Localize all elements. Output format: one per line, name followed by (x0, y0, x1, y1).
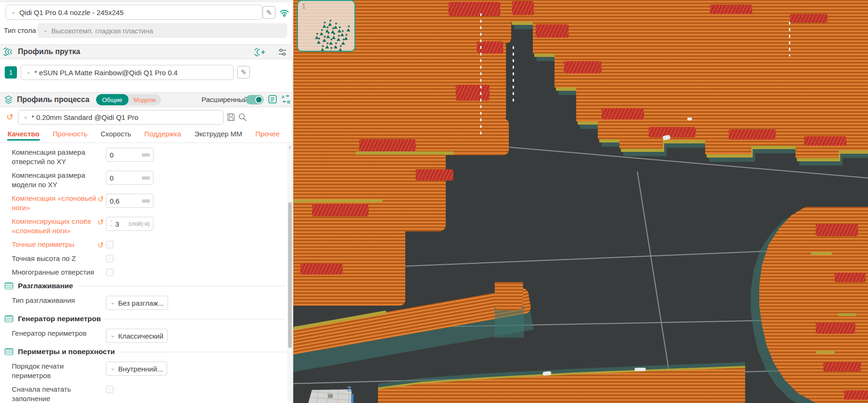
filament-slot-badge[interactable]: 1 (5, 66, 17, 79)
process-tabs: КачествоПрочностьСкоростьПоддержкаЭкстру… (0, 128, 293, 143)
compare-presets-button[interactable]: A B (281, 94, 292, 104)
reset-slot (97, 329, 106, 330)
tab-6[interactable]: Прочее (255, 128, 281, 141)
search-settings-button[interactable] (237, 112, 248, 122)
advanced-label: Расширенный (201, 95, 248, 103)
checkbox[interactable] (106, 255, 113, 262)
setting-row: Точная высота по Z (12, 254, 287, 263)
seam-marks (789, 22, 790, 56)
edit-filament-button[interactable]: ✎ (237, 66, 250, 79)
number-input[interactable]: 0,6мм (106, 194, 153, 208)
add-filament-button[interactable] (254, 47, 265, 57)
viewport-3d[interactable]: Z 1 (293, 0, 868, 403)
scrollbar-thumb[interactable] (288, 202, 292, 348)
model-bottom[interactable] (378, 360, 745, 403)
advanced-toggle[interactable] (246, 95, 264, 104)
save-icon (226, 112, 236, 122)
scope-global-option[interactable]: Общие (96, 94, 129, 105)
reset-icon[interactable]: ↺ (97, 195, 104, 203)
model-right-top[interactable] (507, 0, 868, 188)
reset-slot (97, 385, 106, 386)
setting-control: ⌄Внутренний... (106, 362, 167, 376)
tab-4[interactable]: Поддержка (144, 128, 182, 141)
settings-list-view-button[interactable] (267, 94, 278, 104)
printer-select-value: Qidi Q1 Pro 0.4 nozzle - 245x245 (19, 8, 124, 16)
reset-icon[interactable]: ↺ (97, 218, 104, 226)
scope-objects-option[interactable]: Модели (129, 95, 161, 105)
process-scope-toggle[interactable]: Общие Модели (96, 94, 161, 105)
setting-label: Компенсация «слоновьей ноги» (12, 194, 97, 213)
chevron-down-icon: ⌄ (110, 299, 115, 306)
reset-slot: ↺ (97, 194, 106, 204)
toggle-knob (255, 96, 263, 103)
process-preset-select[interactable]: ⌄ * 0.20mm Standard @Qidi Q1 Pro (18, 110, 224, 125)
save-preset-button[interactable] (226, 112, 236, 122)
chevron-down-icon: ⌄ (110, 332, 115, 339)
bed-type-select[interactable]: ⌄ Высокотемп. гладкая пластина (38, 24, 287, 38)
tab-5[interactable]: Экструдер ММ (194, 128, 243, 141)
setting-label: Генератор периметров (12, 329, 97, 338)
edit-printer-button[interactable]: ✎ (263, 6, 275, 19)
secondary-plate[interactable] (307, 389, 353, 403)
seam-marks (480, 13, 482, 136)
printer-connection-button[interactable] (278, 6, 291, 19)
setting-label: Компенсация размера модели по XY (12, 171, 97, 190)
wall-generator-icon (5, 316, 13, 322)
filament-settings-button[interactable] (277, 47, 288, 57)
printer-select[interactable]: ⌄ Qidi Q1 Pro 0.4 nozzle - 245x245 (6, 5, 262, 20)
model-bottom-right[interactable] (745, 207, 868, 403)
setting-row: Компенсация размера модели по XY0мм (12, 171, 287, 190)
tab-2[interactable]: Прочность (52, 128, 88, 141)
checkbox[interactable] (106, 386, 113, 393)
svg-text:A: A (281, 95, 285, 99)
select-box[interactable]: ⌄Классический (106, 329, 168, 343)
section-divider (120, 352, 285, 352)
tab-3[interactable]: Скорость (100, 128, 132, 141)
setting-control: 0мм (106, 171, 153, 185)
chess-pawn-object (329, 47, 333, 52)
checklist-icon (268, 95, 277, 104)
settings-list: Компенсация размера отверстий по XY0ммКо… (0, 144, 287, 403)
reset-slot: ↺ (97, 240, 106, 250)
spinner-arrows[interactable]: ⌃⌄ (110, 221, 113, 227)
compare-ab-icon: A B (281, 94, 291, 104)
setting-row: Генератор периметров⌄Классический (12, 329, 287, 343)
wall-generator-icon (4, 315, 14, 323)
setting-label: Точные периметры (12, 240, 97, 249)
process-preset-value: * 0.20mm Standard @Qidi Q1 Pro (32, 113, 138, 121)
chevron-down-icon: ⌄ (11, 8, 16, 15)
setting-label: Сначала печатать заполнение (12, 385, 97, 403)
input-value: 0,6 (110, 197, 142, 205)
input-unit: мм (142, 174, 150, 181)
setting-control (106, 254, 113, 262)
select-box[interactable]: ⌄Без разглаж... (106, 296, 168, 310)
filament-select[interactable]: ⌄ * eSUN PLA Matte Rainbow@Qidi Q1 Pro 0… (21, 65, 233, 80)
reset-slot (97, 171, 106, 172)
tab-1[interactable]: Качество (7, 128, 40, 141)
chess-pawn-object (346, 25, 351, 32)
setting-label: Порядок печати периметров (12, 362, 97, 380)
setting-label: Точная высота по Z (12, 254, 97, 263)
chess-pawn-object (320, 29, 324, 35)
input-value: 3 (115, 220, 129, 228)
model-left[interactable] (293, 0, 533, 371)
settings-section-header: Генератор периметров (4, 315, 287, 323)
reset-icon[interactable]: ↺ (97, 241, 104, 249)
slicer-window: ⌄ Qidi Q1 Pro 0.4 nozzle - 245x245 ✎ Тип… (0, 0, 868, 403)
checkbox[interactable] (106, 241, 113, 248)
number-input[interactable]: 0мм (106, 148, 153, 162)
number-input[interactable]: 0мм (106, 171, 153, 185)
chess-pawn-object (321, 45, 325, 51)
svg-text:B: B (287, 100, 290, 104)
plate-thumbnail[interactable]: 1 (297, 0, 355, 52)
reset-process-button[interactable]: ↺ (5, 112, 15, 122)
select-box[interactable]: ⌄Внутренний... (106, 362, 167, 376)
spinner-input[interactable]: ⌃⌄3слой(-я) (106, 217, 153, 231)
setting-label: Многогранные отверстия (12, 268, 97, 277)
input-value: 0 (110, 151, 142, 159)
scroll-up-icon[interactable]: ∧ (288, 145, 291, 150)
setting-label: Тип разглаживания (12, 296, 97, 305)
checkbox[interactable] (106, 269, 113, 276)
process-section-title: Профиль процесса (17, 95, 89, 104)
setting-row: Компенсация «слоновьей ноги»↺0,6мм (12, 194, 287, 213)
